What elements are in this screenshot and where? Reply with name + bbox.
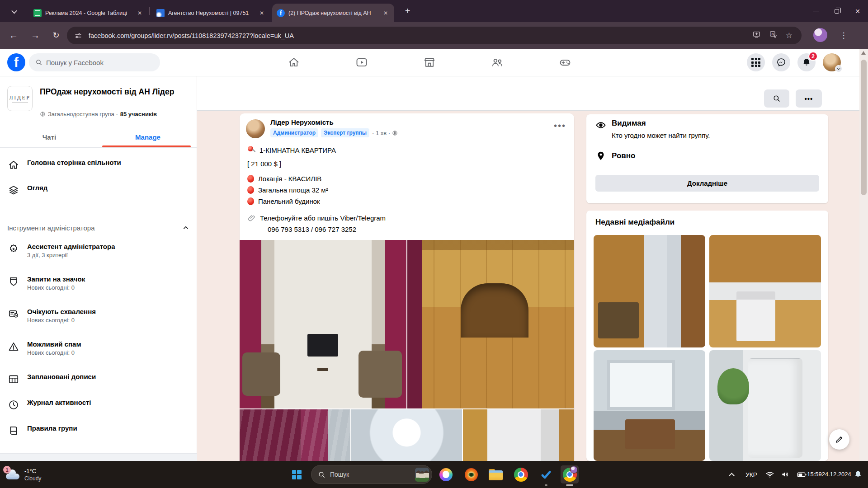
tab-manage[interactable]: Manage	[99, 126, 197, 148]
sidebar-item-label: Журнал активності	[27, 399, 91, 406]
browser-menu-icon[interactable]: ⋮	[837, 28, 850, 43]
post-photo-window-room[interactable]	[351, 409, 462, 461]
file-explorer-icon[interactable]	[486, 465, 505, 483]
browser-tab-agency[interactable]: Агентство Нерухомості | 09751 ✕	[152, 4, 270, 22]
post-photo-living-room[interactable]	[240, 240, 406, 408]
tab-close-icon[interactable]: ✕	[136, 9, 144, 17]
sidebar-item-admin-assistant[interactable]: Ассистент адміністратора 3 дії, 3 критер…	[0, 243, 197, 258]
scroll-up-arrow[interactable]	[861, 51, 866, 55]
sidebar-item-badge-requests[interactable]: Запити на значок Нових сьогодні: 0	[0, 275, 197, 291]
group-more-button[interactable]: •••	[796, 89, 822, 108]
group-name: ПРОдаж нерухомості від АН Лідер	[40, 87, 191, 97]
facebook-header: f Пошук у Facebook	[0, 49, 868, 76]
post-photo-wardrobe[interactable]	[407, 240, 574, 408]
post-menu-icon[interactable]: •••	[554, 121, 566, 131]
browser-tab-facebook-active[interactable]: f (2) ПРОдаж нерухомості від АН ✕	[272, 4, 394, 22]
volume-icon[interactable]	[778, 470, 793, 479]
viewer-app-icon[interactable]	[462, 465, 480, 483]
post-author-avatar[interactable]	[246, 119, 265, 138]
nav-gaming-icon[interactable]	[554, 52, 576, 73]
sidebar-tabs: Чаті Manage	[0, 126, 197, 148]
sidebar-item-community-home[interactable]: Головна сторінка спільноти	[0, 159, 197, 171]
pencil-icon	[835, 435, 844, 444]
translate-icon[interactable]: G	[769, 30, 778, 41]
wifi-icon[interactable]	[762, 470, 778, 479]
sidebar-item-pending-approval[interactable]: Очікують схвалення Нових сьогодні: 0	[0, 308, 197, 324]
language-indicator[interactable]: УКР	[741, 471, 762, 478]
facebook-search-input[interactable]: Пошук у Facebook	[29, 53, 160, 71]
admin-tools-section-header[interactable]: Інструменти адміністратора	[7, 224, 190, 232]
weather-condition: Cloudy	[24, 475, 41, 482]
chrome-icon[interactable]	[512, 465, 530, 483]
copilot-icon[interactable]	[437, 465, 455, 483]
sidebar-item-group-rules[interactable]: Правила групи	[0, 424, 197, 437]
nav-marketplace-icon[interactable]	[419, 52, 440, 73]
sidebar-item-label: Правила групи	[27, 424, 77, 432]
tab-chats[interactable]: Чаті	[0, 126, 99, 148]
admin-assistant-icon	[7, 243, 20, 255]
learn-more-button[interactable]: Докладніше	[595, 175, 819, 192]
home-icon	[7, 159, 20, 171]
post-author-name[interactable]: Лідер Нерухомість	[270, 118, 334, 126]
tab-close-icon[interactable]: ✕	[382, 9, 390, 17]
reload-button[interactable]: ↻	[48, 27, 64, 43]
tray-chevron-up-icon[interactable]	[722, 472, 741, 478]
account-avatar[interactable]	[823, 53, 841, 71]
window-controls: ✕	[806, 0, 868, 22]
nav-groups-icon[interactable]	[486, 52, 508, 73]
window-restore-button[interactable]	[826, 0, 847, 22]
search-highlight-image	[415, 468, 429, 482]
taskbar-search-input[interactable]: Пошук	[311, 465, 432, 484]
sidebar-item-possible-spam[interactable]: Можливий спам Нових сьогодні: 0	[0, 340, 197, 356]
nav-home-icon[interactable]	[283, 52, 305, 73]
compose-button[interactable]	[829, 429, 849, 450]
sidebar-item-activity-log[interactable]: Журнал активності	[0, 399, 197, 411]
app-grid-icon[interactable]	[747, 53, 765, 71]
notifications-bell-icon[interactable]: 2	[797, 53, 816, 71]
group-search-button[interactable]	[764, 89, 789, 108]
browser-profile-avatar[interactable]	[813, 28, 827, 42]
post-timestamp[interactable]: · 1 хв ·	[372, 130, 390, 136]
start-button[interactable]	[288, 465, 306, 483]
page-scrollbar[interactable]	[859, 49, 868, 461]
forward-button[interactable]: →	[27, 27, 43, 43]
checkmark-app-icon[interactable]	[537, 465, 555, 483]
chrome-active-icon[interactable]	[561, 465, 579, 483]
sidebar-item-scheduled-posts[interactable]: Заплановані дописи	[0, 373, 197, 385]
weather-widget[interactable]: 1 -1°C Cloudy	[5, 464, 72, 485]
layers-icon	[7, 184, 20, 197]
bookmark-star-icon[interactable]: ☆	[786, 31, 793, 40]
group-logo[interactable]: ЛІДЕР	[7, 86, 33, 111]
messenger-icon[interactable]	[772, 53, 790, 71]
post-photo-appliances[interactable]	[463, 409, 574, 461]
post-photo-curtains[interactable]	[240, 409, 350, 461]
media-photo-hallway[interactable]	[594, 235, 705, 347]
window-minimize-button[interactable]	[806, 0, 826, 22]
media-photo-room-window[interactable]	[594, 350, 705, 461]
sidebar-item-overview[interactable]: Огляд	[0, 184, 197, 197]
browser-tab-strip: Реклама 2024 - Google Таблиці ✕ Агентств…	[0, 0, 868, 22]
windows-taskbar: 1 -1°C Cloudy Пошук	[0, 461, 868, 488]
tab-search-button[interactable]	[8, 5, 20, 17]
facebook-logo[interactable]: f	[7, 53, 25, 71]
scrollbar-thumb[interactable]	[861, 60, 867, 195]
cloud-icon: 1	[5, 468, 21, 481]
media-photo-kitchen[interactable]	[709, 235, 821, 347]
install-app-icon[interactable]	[752, 30, 761, 41]
address-bar[interactable]: facebook.com/groups/lider.rv/posts/11081…	[67, 27, 802, 44]
tab-close-icon[interactable]: ✕	[258, 9, 266, 17]
clock[interactable]: 15:59 24.12.2024	[810, 470, 848, 479]
window-close-button[interactable]: ✕	[847, 0, 868, 22]
nav-watch-icon[interactable]	[351, 52, 373, 73]
new-tab-button[interactable]: +	[401, 5, 414, 17]
tray-notification-bell-icon[interactable]	[848, 470, 868, 479]
back-button[interactable]: ←	[5, 27, 22, 43]
site-settings-icon[interactable]	[74, 32, 82, 40]
post-bullet-line: Загальна площа 32 м²	[247, 186, 328, 194]
browser-tab-sheets[interactable]: Реклама 2024 - Google Таблиці ✕	[29, 4, 148, 22]
media-photo-fridge[interactable]	[709, 350, 821, 461]
tab-title: Агентство Нерухомості | 09751	[168, 10, 254, 16]
eye-icon	[595, 120, 606, 132]
group-about-card: Видимая Кто угодно может найти группу. Р…	[586, 114, 828, 203]
sidebar-item-sublabel: Нових сьогодні: 0	[27, 317, 96, 324]
